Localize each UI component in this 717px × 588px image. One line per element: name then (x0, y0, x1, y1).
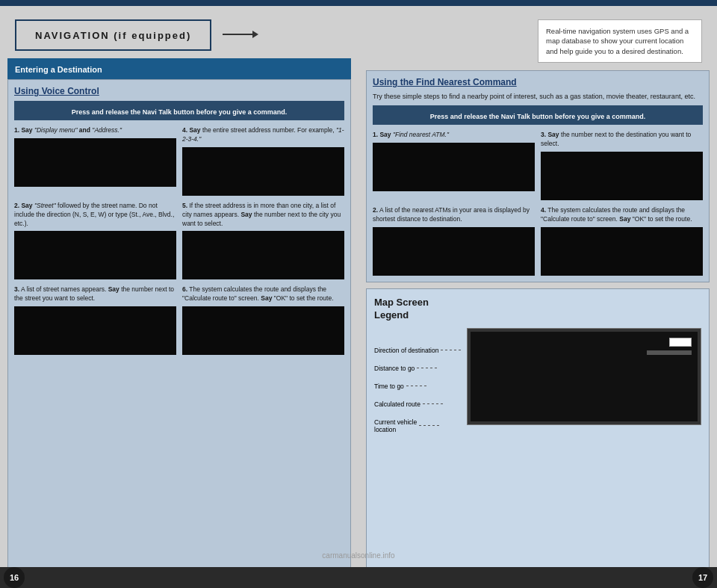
watermark: carmanualsonline.info (322, 551, 394, 560)
page-number-left: 16 (4, 567, 25, 588)
step-5: 5. If the street address is in more than… (182, 202, 344, 280)
nav-arrow (223, 31, 258, 38)
top-bar-right (358, 0, 717, 6)
map-bar (647, 350, 692, 355)
instruction-bar-right: Press and release the Navi Talk button b… (373, 105, 703, 125)
page-number-right: 17 (692, 567, 713, 588)
arrow-2 (417, 368, 439, 368)
instruction-bar-left: Press and release the Navi Talk button b… (14, 101, 344, 120)
map-indicator (669, 338, 692, 347)
bottom-bar-left: 16 (0, 567, 358, 588)
map-legend-area: Map Screen Legend Direction of destinati… (366, 288, 710, 581)
legend-label-4: Calculated route (374, 400, 463, 408)
map-display (467, 328, 701, 425)
find-step-1-text: 1. Say "Find nearest ATM." (373, 131, 535, 140)
step-4-text: 4. Say the entire street address number.… (182, 126, 344, 144)
arrow-3 (406, 386, 429, 386)
step-5-image (182, 231, 344, 279)
step-1-text: 1. Say "Display menu" and "Address." (14, 126, 176, 135)
nav-title-box: NAVIGATION (if equipped) (15, 19, 211, 51)
find-step-3-text: 3. Say the number next to the destinatio… (541, 131, 703, 149)
find-nearest-title: Using the Find Nearest Command (373, 77, 703, 87)
legend-label-2: Distance to go (374, 365, 463, 372)
nav-description-area: Real-time navigation system uses GPS and… (358, 6, 717, 70)
step-3-text: 3. A list of street names appears. Say t… (14, 285, 176, 303)
bottom-bar-right: 17 (358, 567, 717, 588)
top-bar-left (0, 0, 358, 6)
find-nearest-intro: Try these simple steps to find a nearby … (373, 92, 703, 102)
find-step-2: 2. A list of the nearest ATMs in your ar… (373, 206, 535, 276)
legend-label-1: Direction of destination (374, 347, 463, 354)
step-6-image (182, 306, 344, 355)
map-legend-title: Map Screen Legend (374, 297, 701, 322)
arrow-1 (441, 350, 463, 350)
find-step-1-image (373, 143, 535, 191)
right-page: Real-time navigation system uses GPS and… (358, 0, 717, 588)
nav-title-area: NAVIGATION (if equipped) (0, 6, 358, 58)
find-nearest-section: Using the Find Nearest Command Try these… (366, 70, 710, 282)
legend-labels: Direction of destination Distance to go … (374, 328, 463, 433)
left-content-area: Using Voice Control Press and release th… (7, 79, 351, 581)
find-step-1: 1. Say "Find nearest ATM." (373, 131, 535, 200)
step-2: 2. Say "Street" followed by the street n… (14, 202, 176, 280)
instruction-bar-text-left: Press and release the Navi Talk button b… (72, 108, 287, 116)
nav-title: NAVIGATION (if equipped) (35, 30, 191, 41)
step-1: 1. Say "Display menu" and "Address." (14, 126, 176, 196)
section-header: Entering a Destination (7, 58, 351, 79)
step-1-image (14, 138, 176, 187)
map-image-inner (471, 332, 698, 421)
map-with-labels: Direction of destination Distance to go … (374, 328, 701, 433)
subsection-title: Using Voice Control (14, 86, 344, 96)
step-4-image (182, 147, 344, 196)
find-step-4-text: 4. The system calculates the route and d… (541, 206, 703, 224)
find-step-4-image (541, 227, 703, 276)
step-2-text: 2. Say "Street" followed by the street n… (14, 202, 176, 229)
step-3-image (14, 306, 176, 355)
legend-label-3: Time to go (374, 383, 463, 390)
step-6-text: 6. The system calculates the route and d… (182, 285, 344, 303)
step-5-text: 5. If the street address is in more than… (182, 202, 344, 229)
section-header-text: Entering a Destination (15, 65, 102, 74)
step-3: 3. A list of street names appears. Say t… (14, 285, 176, 355)
instruction-bar-text-right: Press and release the Navi Talk button b… (430, 113, 645, 120)
find-step-3: 3. Say the number next to the destinatio… (541, 131, 703, 200)
find-step-2-image (373, 227, 535, 276)
step-4: 4. Say the entire street address number.… (182, 126, 344, 196)
steps-grid: 1. Say "Display menu" and "Address." 4. … (14, 126, 344, 355)
legend-label-5: Current vehiclelocation (374, 418, 463, 433)
find-step-3-image (541, 152, 703, 200)
step-6: 6. The system calculates the route and d… (182, 285, 344, 355)
nav-description-box: Real-time navigation system uses GPS and… (538, 19, 702, 63)
find-step-2-text: 2. A list of the nearest ATMs in your ar… (373, 206, 535, 224)
find-nearest-steps-grid: 1. Say "Find nearest ATM." 3. Say the nu… (373, 131, 703, 276)
find-step-4: 4. The system calculates the route and d… (541, 206, 703, 276)
left-page: NAVIGATION (if equipped) Entering a Dest… (0, 0, 358, 588)
arrow-4 (423, 403, 445, 404)
step-2-image (14, 231, 176, 279)
arrow-5 (419, 425, 441, 426)
